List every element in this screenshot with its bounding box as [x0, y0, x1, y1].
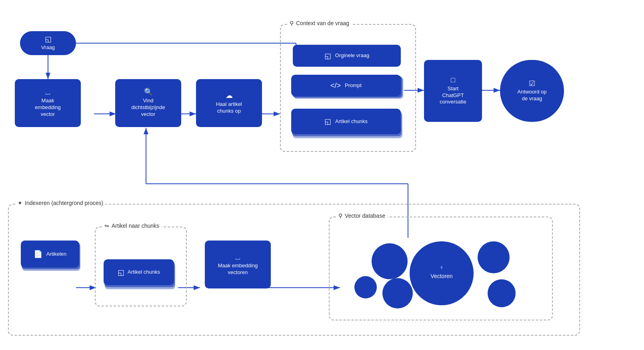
diagram-container: ◱ Vraag ⎵ Maakembeddingvector 🔍 Vinddich…: [0, 0, 644, 350]
indexeren-box: ✦ Indexeren (achtergrond proces) 📄 Artik…: [8, 204, 580, 336]
svg-point-18: [478, 241, 510, 273]
haal-artikel-node: ☁ Haal artikelchunks op: [196, 79, 262, 127]
svg-point-16: [372, 243, 408, 279]
indexeren-label: ✦ Indexeren (achtergrond proces): [15, 200, 106, 206]
maak-embedding-vec-node: ⎵ Maak embeddingvectoren: [205, 241, 271, 288]
vind-dichts-node: 🔍 Vinddichtstbijzijndevector: [115, 79, 181, 127]
artikelen-node: 📄 Artikelen: [21, 241, 81, 272]
svg-text:♀: ♀: [440, 264, 444, 270]
antwoord-node: ☑ Antwoord opde vraag: [500, 60, 564, 122]
svg-point-19: [488, 279, 516, 307]
vector-db-box: ⚲ Vector database ♀ Vectoren: [329, 217, 553, 320]
vraag-icon: ◱: [45, 36, 52, 43]
orginele-vraag-node: ◱ Orginele vraag: [293, 45, 401, 67]
svg-point-20: [354, 276, 377, 298]
svg-text:Vectoren: Vectoren: [430, 273, 452, 279]
artikel-chunks-index-node: ◱ Artikel chunks: [104, 259, 176, 291]
vraag-node: ◱ Vraag: [20, 31, 76, 55]
maak-embedding-node: ⎵ Maakembeddingvector: [15, 79, 81, 127]
prompt-node: </> Prompt: [291, 75, 402, 98]
context-label: ⚲ Context van de vraag: [287, 20, 352, 26]
start-chatgpt-node: □ StartChatGPTconversatie: [424, 60, 482, 122]
artikel-chunks-context-node: ◱ Artikel chunks: [291, 109, 402, 141]
context-box: ⚲ Context van de vraag ◱ Orginele vraag …: [280, 24, 416, 152]
vector-db-label: ⚲ Vector database: [336, 213, 388, 219]
svg-point-17: [382, 278, 413, 308]
vector-circles-svg: ♀ Vectoren: [334, 225, 550, 313]
artikel-naar-chunks-label: ⇋ Artikel naar chunks: [102, 223, 162, 229]
artikel-naar-chunks-box: ⇋ Artikel naar chunks ◱ Artikel chunks: [95, 227, 187, 306]
